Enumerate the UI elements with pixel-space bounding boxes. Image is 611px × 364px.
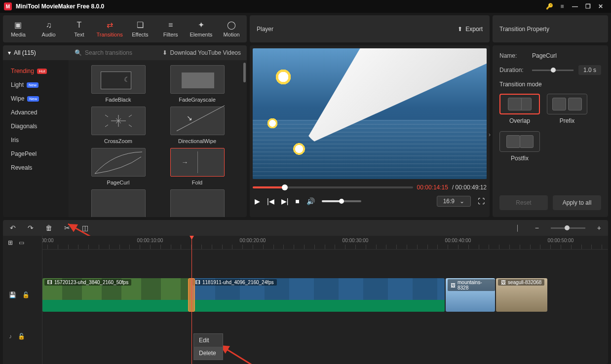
- video-icon: 🎞: [47, 280, 52, 285]
- add-track-icon[interactable]: ⊞: [8, 239, 13, 246]
- download-icon: ⬇: [162, 49, 167, 56]
- property-title: Transition Property: [499, 26, 549, 33]
- tab-audio[interactable]: ♫Audio: [34, 21, 64, 37]
- save-track-icon[interactable]: 💾: [9, 291, 16, 298]
- sidebar-item-light[interactable]: LightNew: [3, 78, 69, 92]
- download-youtube-link[interactable]: ⬇ Download YouTube Videos: [162, 49, 241, 56]
- stop-button[interactable]: ■: [295, 197, 299, 205]
- lock-icon[interactable]: 🔓: [18, 333, 25, 340]
- delete-button[interactable]: 🗑: [45, 224, 52, 232]
- redo-button[interactable]: ↷: [28, 224, 34, 232]
- transition-crosszoom[interactable]: CrossZoom: [91, 107, 146, 144]
- search-input[interactable]: [85, 49, 149, 56]
- clip[interactable]: 🖼seagull-832068: [496, 278, 547, 312]
- grid-scrollbar[interactable]: [243, 63, 246, 82]
- duration-slider[interactable]: [532, 70, 573, 71]
- app-logo: M: [4, 2, 12, 10]
- ctx-edit[interactable]: Edit: [194, 334, 223, 347]
- tab-filters[interactable]: ≡Filters: [155, 21, 186, 37]
- track-layers-icon[interactable]: ▭: [19, 239, 24, 246]
- prop-name-value: PageCurl: [532, 52, 557, 59]
- tab-media[interactable]: ▣Media: [3, 20, 34, 37]
- volume-icon[interactable]: 🔊: [306, 197, 315, 205]
- transition-blank[interactable]: [91, 189, 146, 217]
- apply-all-button[interactable]: Apply to all: [553, 195, 601, 210]
- time-total: / 00:00:49:12: [452, 184, 487, 191]
- video-track-head: 💾 🔓: [3, 278, 42, 312]
- time-current: 00:00:14:15: [417, 184, 448, 191]
- transition-blank[interactable]: [170, 189, 225, 217]
- clip[interactable]: 🎞15720123-uhd_3840_2160_50fps: [42, 278, 191, 312]
- prev-frame-button[interactable]: |◀: [267, 197, 274, 205]
- tab-transitions[interactable]: ⇄Transitions: [94, 20, 125, 37]
- prop-duration-label: Duration:: [499, 67, 527, 73]
- maximize-button[interactable]: ❐: [581, 0, 594, 13]
- export-button[interactable]: ⬆ Export: [458, 26, 483, 33]
- reset-button[interactable]: Reset: [499, 195, 548, 210]
- badge: New: [27, 96, 39, 102]
- clip[interactable]: 🎞1181911-uhd_4096_2160_24fps: [191, 278, 445, 312]
- sidebar-item-wipe[interactable]: WipeNew: [3, 92, 69, 106]
- player-label: Player: [257, 26, 273, 33]
- split-button[interactable]: ✂: [64, 224, 70, 232]
- badge: Hot: [37, 69, 47, 74]
- playhead[interactable]: [191, 236, 192, 364]
- transition-fold[interactable]: →Fold: [170, 148, 225, 185]
- sidebar-item-reveals[interactable]: Reveals: [3, 161, 69, 175]
- play-button[interactable]: ▶: [255, 197, 260, 205]
- transition-mode-label: Transition mode: [499, 81, 542, 88]
- duration-value[interactable]: 1.0 s: [578, 65, 601, 75]
- zoom-slider[interactable]: [551, 227, 585, 229]
- clip[interactable]: 🖼mountains-8328: [446, 278, 495, 312]
- playback-progress[interactable]: [253, 186, 413, 188]
- zoom-out-button[interactable]: −: [535, 224, 539, 232]
- panel-collapse-icon[interactable]: ›: [489, 131, 491, 138]
- zoom-in-button[interactable]: +: [597, 224, 601, 232]
- mode-prefix[interactable]: Prefix: [547, 94, 587, 124]
- marker-icon[interactable]: ⎸: [517, 224, 523, 232]
- sidebar-item-iris[interactable]: Iris: [3, 133, 69, 147]
- lock-icon[interactable]: 🔓: [22, 291, 30, 298]
- video-icon: 🎞: [195, 280, 200, 285]
- sidebar-item-trending[interactable]: TrendingHot: [3, 64, 69, 78]
- context-menu: Edit Delete: [193, 333, 223, 360]
- app-title: MiniTool MovieMaker Free 8.0.0: [16, 3, 104, 10]
- main-toolbar: ▣Media♫AudioTText⇄Transitions❏Effects≡Fi…: [3, 15, 247, 42]
- sidebar-item-pagepeel[interactable]: PagePeel: [3, 147, 69, 161]
- tab-effects[interactable]: ❏Effects: [125, 20, 155, 37]
- annotation-arrow: [218, 344, 267, 364]
- transition-fadegrayscale[interactable]: FadeGrayscale: [170, 65, 225, 103]
- tab-motion[interactable]: ◯Motion: [216, 20, 247, 37]
- fullscreen-button[interactable]: ⛶: [478, 197, 485, 205]
- close-button[interactable]: ✕: [594, 0, 607, 13]
- caret-down-icon: ▾: [8, 49, 11, 56]
- music-icon[interactable]: ♪: [9, 333, 12, 340]
- export-icon: ⬆: [458, 26, 462, 33]
- undo-button[interactable]: ↶: [10, 224, 16, 232]
- menu-icon[interactable]: ≡: [556, 0, 569, 13]
- ctx-delete[interactable]: Delete: [194, 347, 223, 360]
- tab-elements[interactable]: ✦Elements: [186, 20, 217, 37]
- tab-text[interactable]: TText: [64, 21, 95, 37]
- mode-postfix[interactable]: Postfix: [499, 131, 540, 162]
- transition-fadeblack[interactable]: FadeBlack: [91, 65, 146, 103]
- T-icon: T: [76, 21, 81, 30]
- key-icon[interactable]: 🔑: [543, 0, 556, 13]
- crop-button[interactable]: ◫: [82, 224, 88, 232]
- timeline-ruler[interactable]: 00:0000:00:10:0000:00:20:0000:00:30:0000…: [42, 236, 608, 250]
- chevron-down-icon: ⌄: [459, 198, 464, 205]
- svg-line-1: [220, 345, 263, 364]
- next-frame-button[interactable]: ▶|: [281, 197, 289, 205]
- sidebar-item-advanced[interactable]: Advanced: [3, 106, 69, 119]
- sidebar-all[interactable]: ▾ All (115): [3, 45, 69, 60]
- sliders-icon: ≡: [168, 21, 173, 30]
- prop-name-label: Name:: [499, 52, 527, 59]
- transition-directionalwipe[interactable]: ↘DirectionalWipe: [170, 107, 225, 144]
- minimize-button[interactable]: —: [569, 0, 581, 13]
- mode-overlap[interactable]: Overlap: [499, 94, 540, 124]
- volume-slider[interactable]: [322, 200, 361, 202]
- transition-pagecurl[interactable]: PageCurl: [91, 148, 146, 185]
- sidebar-item-diagonals[interactable]: Diagonals: [3, 119, 69, 133]
- sparkle-icon: ✦: [198, 20, 204, 30]
- aspect-ratio-select[interactable]: 16:9 ⌄: [437, 196, 471, 207]
